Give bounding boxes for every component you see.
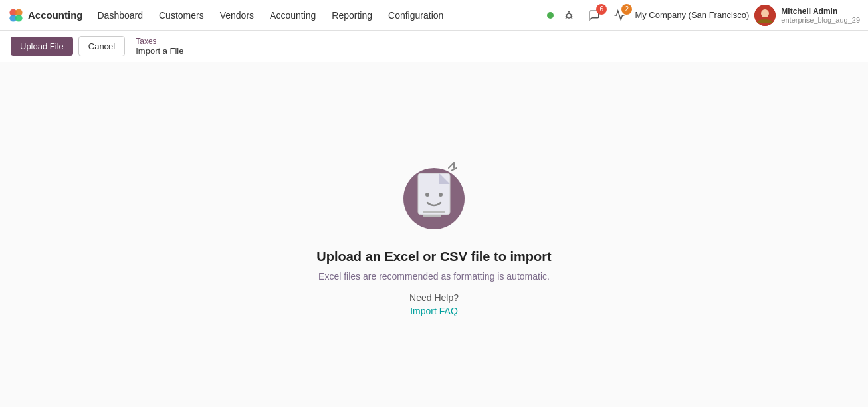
- breadcrumb: Taxes Import a File: [136, 37, 183, 56]
- upload-title: Upload an Excel or CSV file to import: [316, 249, 551, 264]
- svg-point-4: [567, 13, 572, 18]
- svg-point-6: [761, 9, 769, 17]
- user-info: Mitchell Admin enterprise_blog_aug_29: [781, 7, 860, 24]
- navbar: Accounting Dashboard Customers Vendors A…: [0, 0, 868, 31]
- nav-customers[interactable]: Customers: [152, 7, 211, 23]
- nav-dashboard[interactable]: Dashboard: [91, 7, 150, 23]
- breadcrumb-current: Import a File: [136, 46, 183, 56]
- svg-point-10: [425, 193, 429, 197]
- breadcrumb-parent[interactable]: Taxes: [136, 37, 183, 46]
- chat-badge: 6: [596, 4, 607, 15]
- cancel-button[interactable]: Cancel: [78, 36, 125, 56]
- bug-icon: [564, 10, 574, 21]
- user-sub: enterprise_blog_aug_29: [781, 16, 860, 24]
- toolbar: Upload File Cancel Taxes Import a File: [0, 31, 868, 62]
- company-name: My Company (San Francisco): [635, 10, 749, 20]
- brand-name: Accounting: [28, 9, 83, 21]
- svg-point-3: [15, 14, 23, 21]
- activity-icon-btn[interactable]: 2: [609, 5, 629, 25]
- avatar-image: [754, 5, 776, 26]
- main-content: Upload an Excel or CSV file to import Ex…: [0, 62, 868, 407]
- company-info[interactable]: My Company (San Francisco): [635, 10, 749, 20]
- svg-point-11: [439, 193, 443, 197]
- nav-reporting[interactable]: Reporting: [325, 7, 379, 23]
- nav-configuration[interactable]: Configuration: [381, 7, 450, 23]
- brand-logo-icon: [8, 7, 24, 23]
- svg-line-14: [449, 163, 454, 168]
- brand[interactable]: Accounting: [8, 7, 83, 23]
- nav-vendors[interactable]: Vendors: [213, 7, 261, 23]
- import-faq-link[interactable]: Import FAQ: [410, 306, 458, 316]
- bug-icon-btn[interactable]: [559, 5, 579, 25]
- nav-accounting[interactable]: Accounting: [263, 7, 322, 23]
- upload-illustration: [394, 154, 474, 233]
- navbar-right: 6 2 My Company (San Francisco) Mitchell …: [547, 5, 860, 26]
- activity-badge: 2: [621, 4, 632, 15]
- status-indicator: [547, 12, 554, 19]
- user-name: Mitchell Admin: [781, 7, 860, 16]
- help-text: Need Help?: [409, 292, 459, 303]
- upload-subtitle: Excel files are recommended as formattin…: [318, 271, 550, 282]
- upload-file-button[interactable]: Upload File: [11, 37, 73, 56]
- chat-icon-btn[interactable]: 6: [584, 5, 604, 25]
- avatar[interactable]: [754, 5, 776, 26]
